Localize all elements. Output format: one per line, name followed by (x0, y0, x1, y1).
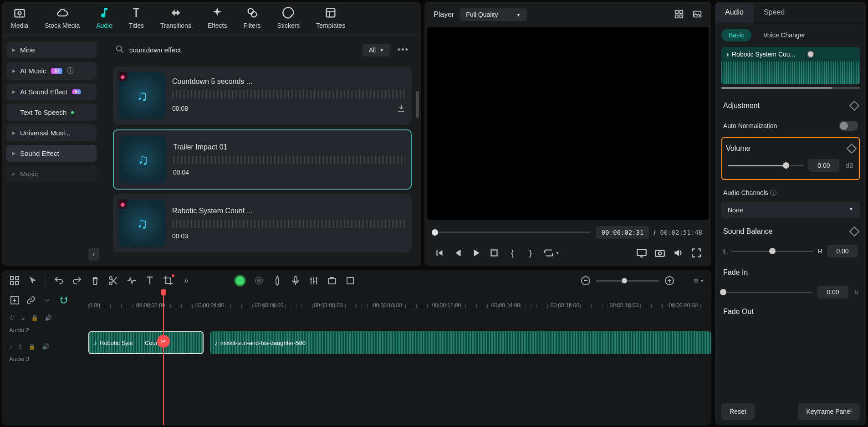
timeline-ruler[interactable]: 0:00 00:00:02:00 00:00:04:00 00:00:06:00… (88, 292, 711, 309)
fade-in-slider[interactable] (723, 292, 813, 293)
play-button[interactable] (470, 247, 482, 259)
magnet-icon[interactable] (58, 295, 69, 306)
box-tool-icon[interactable] (327, 275, 337, 286)
ai-assistant-icon[interactable] (234, 274, 246, 287)
tab-audio[interactable]: Audio (96, 6, 112, 29)
tab-stock-media[interactable]: Stock Media (45, 6, 80, 29)
more-button[interactable]: ••• (395, 42, 412, 57)
mark-in-button[interactable]: { (506, 247, 518, 259)
sidebar-item-music[interactable]: ▶Music (6, 165, 97, 182)
slider-thumb[interactable] (720, 289, 726, 295)
balance-value[interactable]: 0.00 (827, 245, 858, 257)
delete-icon[interactable] (90, 275, 101, 286)
keyframe-diamond-icon[interactable] (847, 144, 857, 154)
sidebar-item-universal-music[interactable]: ▶Universal Musi... (6, 124, 97, 141)
tab-templates[interactable]: Templates (316, 6, 345, 29)
audio-clip[interactable]: ♪ Robotic Syst Count ... (88, 331, 204, 354)
tab-effects[interactable]: Effects (208, 6, 227, 29)
audio-item[interactable]: ♫ Trailer Impact 01 00:04 (113, 129, 412, 190)
sidebar-item-sound-effect[interactable]: ▶Sound Effect (6, 145, 97, 162)
marker-icon[interactable] (272, 275, 283, 286)
frame-icon[interactable] (345, 275, 356, 286)
audio-mixer-icon[interactable] (308, 275, 319, 286)
subtab-voice-changer[interactable]: Voice Changer (756, 29, 812, 41)
subtab-basic[interactable]: Basic (721, 29, 751, 41)
reset-button[interactable]: Reset (721, 403, 755, 420)
link-icon[interactable] (26, 295, 36, 306)
volume-slider[interactable] (728, 165, 804, 166)
image-icon[interactable] (692, 9, 702, 21)
progress-thumb[interactable] (432, 229, 438, 236)
volume-icon[interactable]: 🔊 (42, 343, 49, 350)
monitor-icon[interactable] (636, 247, 648, 259)
zoom-in-icon[interactable] (664, 275, 675, 286)
zoom-slider[interactable] (596, 280, 659, 282)
video-preview[interactable] (427, 27, 709, 220)
sidebar-item-ai-music[interactable]: ▶AI MusicAIⓘ (6, 62, 97, 80)
redo-icon[interactable] (71, 275, 82, 286)
volume-icon[interactable] (672, 247, 684, 259)
download-icon[interactable] (396, 103, 406, 114)
filter-dropdown[interactable]: All▼ (363, 44, 390, 57)
audio-channels-dropdown[interactable]: None ▼ (721, 202, 860, 218)
volume-value[interactable]: 0.00 (808, 159, 839, 172)
layout-icon[interactable] (9, 275, 20, 286)
audio-item[interactable]: ◆ ♫ Robotic System Count ... 00:03 (113, 194, 412, 252)
record-icon[interactable] (254, 275, 265, 286)
track-header-audio3[interactable]: ♪ 3 🔒 🔊 (2, 337, 88, 355)
help-icon[interactable]: ⓘ (67, 67, 74, 75)
crop-tool-icon[interactable] (163, 275, 174, 286)
mark-out-button[interactable]: } (525, 247, 536, 259)
lock-icon[interactable]: 🔒 (28, 343, 36, 350)
insert-icon[interactable] (9, 295, 20, 306)
auto-normalization-toggle[interactable] (839, 121, 858, 131)
scissors-icon[interactable] (108, 275, 119, 286)
prev-button[interactable] (434, 247, 445, 259)
clip-preview[interactable]: ♪Robotic System Cou... (721, 47, 860, 84)
progress-bar[interactable] (434, 232, 591, 233)
volume-icon[interactable]: 🔊 (45, 314, 52, 321)
text-tool-icon[interactable] (144, 275, 155, 286)
cursor-icon[interactable] (27, 275, 38, 286)
clip-knob[interactable] (807, 51, 814, 58)
quality-dropdown[interactable]: Full Quality▼ (460, 8, 527, 21)
lock-icon[interactable]: 🔒 (31, 314, 38, 321)
timeline-tracks[interactable]: 0:00 00:00:02:00 00:00:04:00 00:00:06:00… (88, 292, 711, 425)
tab-filters[interactable]: Filters (243, 6, 260, 29)
cut-handle-icon[interactable]: ✂ (157, 335, 170, 348)
tab-titles[interactable]: Titles (129, 6, 144, 29)
collapse-sidebar-button[interactable]: ‹ (88, 248, 99, 261)
sidebar-item-ai-sound-effect[interactable]: ▶AI Sound EffectAI (6, 83, 97, 100)
grid-icon[interactable] (674, 9, 684, 21)
list-view-icon[interactable]: ▼ (693, 275, 704, 286)
keyframe-diamond-icon[interactable] (849, 226, 860, 237)
cut-icon[interactable]: ✂ (42, 295, 53, 306)
more-tools-icon[interactable]: » (181, 275, 192, 286)
step-back-button[interactable] (452, 247, 464, 259)
balance-slider[interactable] (731, 251, 813, 252)
undo-icon[interactable] (53, 275, 64, 286)
tab-stickers[interactable]: Stickers (277, 6, 300, 29)
beat-icon[interactable] (126, 275, 137, 286)
tab-transitions[interactable]: Transitions (160, 6, 191, 29)
fullscreen-icon[interactable] (690, 247, 702, 259)
mic-icon[interactable] (290, 275, 301, 286)
search-input[interactable] (129, 46, 356, 54)
camera-icon[interactable] (654, 247, 666, 259)
slider-thumb[interactable] (769, 248, 776, 254)
keyframe-diamond-icon[interactable] (849, 101, 860, 111)
fade-in-value[interactable]: 0.00 (817, 286, 848, 298)
loop-button[interactable]: ▼ (543, 247, 555, 259)
sidebar-item-tts[interactable]: Text To Speech (6, 104, 97, 121)
slider-thumb[interactable] (622, 278, 627, 283)
sidebar-item-mine[interactable]: ▶Mine (6, 41, 97, 58)
inspector-tab-audio[interactable]: Audio (715, 2, 754, 23)
audio-item[interactable]: ◆ ♫ Countdown 5 seconds ... 00:08 (113, 67, 412, 125)
playhead[interactable]: ✂ (163, 292, 164, 425)
tab-media[interactable]: Media (11, 6, 28, 29)
inspector-tab-speed[interactable]: Speed (754, 2, 795, 23)
audio-clip[interactable]: ♪ mixkit-sun-and-his-daughter-580 (210, 331, 711, 354)
speed-icon[interactable]: ⏱ (9, 314, 15, 321)
zoom-out-icon[interactable] (580, 275, 591, 286)
track-row[interactable] (88, 309, 711, 329)
